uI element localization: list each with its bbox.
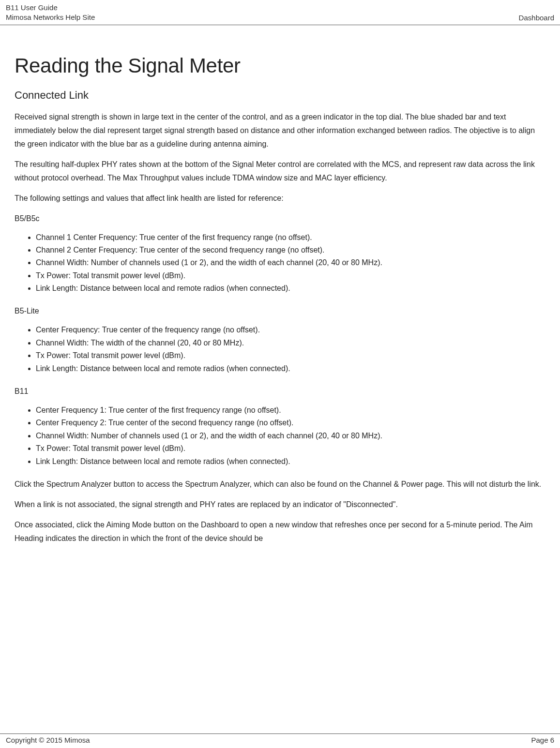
list-item: Center Frequency 2: True center of the s… <box>36 417 545 429</box>
list-b5lite: Center Frequency: True center of the fre… <box>15 324 545 375</box>
page-footer: Copyright © 2015 Mimosa Page 6 <box>0 733 560 748</box>
header-right: Dashboard <box>519 14 554 23</box>
list-item: Center Frequency: True center of the fre… <box>36 324 545 336</box>
list-item: Channel 2 Center Frequency: True center … <box>36 244 545 256</box>
paragraph-spectrum: Click the Spectrum Analyzer button to ac… <box>15 478 545 491</box>
list-item: Tx Power: Total transmit power level (dB… <box>36 349 545 362</box>
header-line2: Mimosa Networks Help Site <box>6 13 95 22</box>
section-label-b11: B11 <box>15 385 545 398</box>
paragraph-aiming: Once associated, click the Aiming Mode b… <box>15 518 545 545</box>
footer-page-number: Page 6 <box>531 736 554 744</box>
list-item: Tx Power: Total transmit power level (dB… <box>36 442 545 455</box>
list-item: Center Frequency 1: True center of the f… <box>36 404 545 417</box>
list-item: Tx Power: Total transmit power level (dB… <box>36 269 545 282</box>
list-b5: Channel 1 Center Frequency: True center … <box>15 231 545 295</box>
header-left: B11 User Guide Mimosa Networks Help Site <box>6 3 95 23</box>
paragraph-intro-2: The resulting half-duplex PHY rates show… <box>15 158 545 185</box>
list-item: Link Length: Distance between local and … <box>36 362 545 375</box>
header-line1: B11 User Guide <box>6 3 95 13</box>
footer-copyright: Copyright © 2015 Mimosa <box>6 736 90 744</box>
page-content: Reading the Signal Meter Connected Link … <box>0 25 560 560</box>
section-label-b5lite: B5-Lite <box>15 304 545 318</box>
paragraph-intro-1: Received signal strength is shown in lar… <box>15 110 545 151</box>
list-item: Channel 1 Center Frequency: True center … <box>36 231 545 244</box>
list-item: Channel Width: Number of channels used (… <box>36 256 545 269</box>
list-item: Link Length: Distance between local and … <box>36 455 545 468</box>
paragraph-intro-3: The following settings and values that a… <box>15 192 545 205</box>
section-label-b5: B5/B5c <box>15 212 545 225</box>
list-item: Channel Width: Number of channels used (… <box>36 430 545 442</box>
list-item: Link Length: Distance between local and … <box>36 282 545 295</box>
page-subtitle: Connected Link <box>15 89 545 102</box>
page-title: Reading the Signal Meter <box>15 54 545 77</box>
list-item: Channel Width: The width of the channel … <box>36 337 545 349</box>
list-b11: Center Frequency 1: True center of the f… <box>15 404 545 468</box>
page-header: B11 User Guide Mimosa Networks Help Site… <box>0 0 560 25</box>
paragraph-disconnected: When a link is not associated, the signa… <box>15 498 545 511</box>
